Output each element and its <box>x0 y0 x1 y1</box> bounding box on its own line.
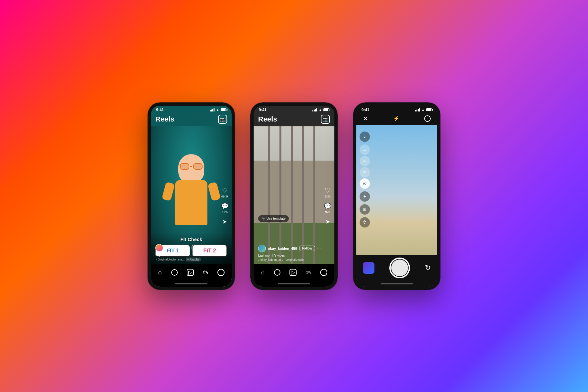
audio-text-2: ♪ okay_kaiden_459 · Original Audio <box>258 258 304 261</box>
battery-icon-3 <box>426 108 432 111</box>
follow-button-1[interactable]: Follow <box>192 245 208 250</box>
duration-10-icon[interactable]: 10 <box>360 144 370 155</box>
fence-line-3 <box>291 126 293 264</box>
nav-home-1[interactable]: ⌂ <box>158 269 162 276</box>
user-info-1: stellas_gr00v3 Follow ··· Night out with… <box>151 244 219 264</box>
phone-1-screen: 9:41 ▲ Reels 📷 <box>151 106 232 287</box>
nav-search-2[interactable] <box>274 269 280 276</box>
send-icon-2[interactable]: ➤ <box>325 218 330 225</box>
battery-icon-1 <box>221 108 226 111</box>
like-count-1: 69.3k <box>221 195 228 198</box>
fit-check-title: Fit Check <box>155 237 227 242</box>
glasses <box>180 163 203 170</box>
signal-icon-1 <box>210 108 215 111</box>
phone-1: 9:41 ▲ Reels 📷 <box>148 102 235 290</box>
use-template-button[interactable]: 📷 Use template <box>258 215 289 222</box>
status-bar-3: 9:41 ▲ <box>356 106 437 113</box>
camera-tools: ♪ 10 30 60 90 ✦ ⊞ ⏱ <box>360 132 370 228</box>
status-icons-3: ▲ <box>415 108 432 112</box>
like-icon-1[interactable]: ♡ 69.3k <box>221 186 228 198</box>
duration-60-icon[interactable]: 60 <box>360 167 370 177</box>
nav-profile-1[interactable] <box>217 269 225 276</box>
video-content-1: Fit Check FIT 1 FIT 2 ♡ 69.3k 💬 1.2K <box>151 126 232 264</box>
wifi-icon-2: ▲ <box>319 108 322 112</box>
nav-profile-2[interactable] <box>320 269 327 276</box>
duration-tools: 10 30 60 90 <box>360 144 370 189</box>
camera-view: ♪ 10 30 60 90 ✦ ⊞ ⏱ <box>356 125 437 255</box>
duration-90-icon[interactable]: 90 <box>360 178 370 189</box>
time-2: 9:41 <box>259 108 267 112</box>
home-indicator-3 <box>356 281 437 287</box>
comment-icon-2[interactable]: 💬 978 <box>324 203 331 214</box>
flip-camera-icon[interactable]: ↻ <box>425 264 431 272</box>
reels-title-1: Reels <box>155 115 174 123</box>
phone-3: 9:41 ▲ ✕ ⚡ <box>353 102 440 290</box>
bottom-nav-2: ⌂ ▷ 🛍 <box>254 264 334 281</box>
status-icons-2: ▲ <box>312 108 329 112</box>
phone-3-screen: 9:41 ▲ ✕ ⚡ <box>356 106 437 287</box>
home-indicator-2 <box>254 281 334 287</box>
like-icon-2[interactable]: ♡ 223k <box>324 186 331 198</box>
caption-2: Last month's vibes <box>258 254 317 257</box>
timer-tool-icon[interactable]: ⏱ <box>360 217 370 228</box>
head <box>178 154 204 183</box>
camera-button-1[interactable]: 📷 <box>218 115 227 124</box>
flash-off-icon[interactable]: ⚡ <box>393 115 400 122</box>
side-icons-2: ♡ 223k 💬 978 ➤ <box>324 186 331 225</box>
nav-reels-1[interactable]: ▷ <box>187 269 194 276</box>
home-bar-1 <box>175 283 207 284</box>
user-row-2: okay_kaiden_459 Follow ··· <box>258 245 317 252</box>
body <box>175 180 207 225</box>
shutter-button[interactable] <box>389 258 410 278</box>
avatar-2 <box>258 245 266 252</box>
paper-plane-icon-1: ➤ <box>222 218 227 225</box>
camera-bottom: ↻ <box>356 255 437 281</box>
gallery-thumbnail[interactable] <box>363 262 374 274</box>
layout-tool-icon[interactable]: ⊞ <box>360 204 370 215</box>
nav-shop-2[interactable]: 🛍 <box>306 270 311 275</box>
wifi-icon-1: ▲ <box>216 108 219 112</box>
reels-header-2: Reels 📷 <box>254 113 334 126</box>
camera-button-2[interactable]: 📷 <box>321 115 330 124</box>
home-indicator-1 <box>151 281 232 287</box>
more-icon-1[interactable]: ··· <box>210 245 214 250</box>
heart-icon-1: ♡ <box>222 186 228 194</box>
results-tag-1: ≡ Results <box>186 258 201 261</box>
avatar-1 <box>155 244 163 252</box>
fence-line-1 <box>268 126 270 264</box>
nav-reels-2[interactable]: ▷ <box>289 269 297 276</box>
phone-2-screen: 9:41 ▲ Reels 📷 <box>254 106 334 287</box>
like-count-2: 223k <box>324 195 331 198</box>
heart-icon-2: ♡ <box>325 186 331 194</box>
sparkle-tool-icon[interactable]: ✦ <box>360 191 370 202</box>
effects-circle-icon[interactable] <box>424 115 431 122</box>
comment-icon-1[interactable]: 💬 1.2K <box>221 203 228 214</box>
use-template-label: Use template <box>267 217 286 220</box>
nav-home-2[interactable]: ⌂ <box>261 269 265 276</box>
time-1: 9:41 <box>156 108 164 112</box>
side-icons-1: ♡ 69.3k 💬 1.2K ➤ <box>221 186 228 225</box>
follow-button-2[interactable]: Follow <box>299 246 315 251</box>
username-2: okay_kaiden_459 <box>268 247 297 250</box>
nav-shop-1[interactable]: 🛍 <box>203 270 208 275</box>
nav-search-1[interactable] <box>171 269 178 276</box>
music-note-1: ♪ Original Audio · ste... <box>155 258 184 261</box>
comment-count-2: 978 <box>325 210 330 214</box>
more-icon-2[interactable]: ··· <box>317 246 321 251</box>
camera-top-bar: ✕ ⚡ <box>356 113 437 125</box>
status-bar-1: 9:41 ▲ <box>151 106 232 113</box>
music-tool-icon[interactable]: ♪ <box>360 132 370 142</box>
signal-icon-2 <box>312 108 317 111</box>
duration-30-icon[interactable]: 30 <box>360 156 370 166</box>
fence-line-5 <box>313 126 315 264</box>
status-icons-1: ▲ <box>210 108 226 112</box>
camera-small-icon: 📷 <box>261 217 265 220</box>
signal-icon-3 <box>415 108 420 111</box>
video-content-2: 📷 Use template ♡ 223k 💬 978 ➤ <box>254 126 334 264</box>
send-icon-1[interactable]: ➤ <box>222 218 227 225</box>
close-camera-button[interactable]: ✕ <box>363 115 368 122</box>
home-bar-3 <box>381 283 413 284</box>
wifi-icon-3: ▲ <box>421 108 425 112</box>
lens-left <box>180 163 189 170</box>
bubble-icon-2: 💬 <box>324 203 331 210</box>
